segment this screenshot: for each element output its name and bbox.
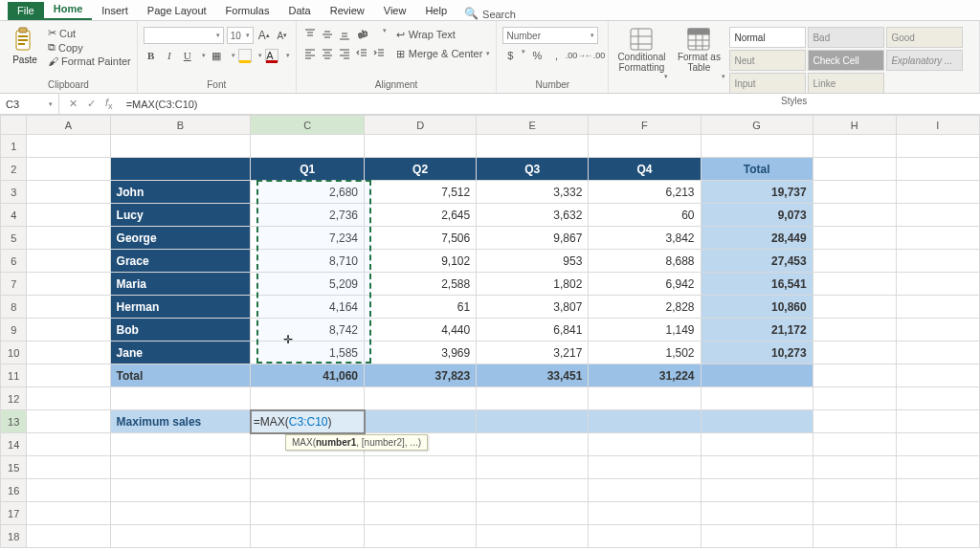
cell[interactable] (365, 410, 477, 433)
cell[interactable] (813, 525, 896, 548)
cell[interactable] (110, 158, 251, 181)
cell[interactable] (896, 296, 979, 319)
cell[interactable] (813, 364, 896, 387)
cell[interactable]: 31,224 (589, 364, 701, 387)
cell[interactable]: 37,823 (365, 364, 477, 387)
align-bottom-icon[interactable] (337, 27, 352, 42)
style-normal[interactable]: Normal (729, 27, 806, 48)
cell[interactable]: 1,802 (477, 273, 589, 296)
cell[interactable] (701, 433, 813, 456)
cell[interactable]: 41,060 (251, 364, 365, 387)
conditional-formatting-button[interactable]: Conditional Formatting▾ (614, 23, 668, 80)
cell[interactable] (701, 135, 813, 158)
cell[interactable] (110, 525, 251, 548)
tab-formulas[interactable]: Formulas (216, 2, 279, 20)
cell[interactable] (251, 479, 365, 502)
row-header[interactable]: 3 (1, 181, 27, 204)
cell[interactable] (110, 479, 251, 502)
cell[interactable] (813, 456, 896, 479)
cell[interactable]: 6,213 (589, 181, 701, 204)
cell[interactable] (813, 319, 896, 342)
row-header[interactable]: 4 (1, 204, 27, 227)
cell[interactable] (896, 227, 979, 250)
wrap-text-button[interactable]: ↩Wrap Text (396, 27, 491, 42)
cell[interactable] (251, 502, 365, 525)
grow-font-button[interactable]: A▴ (256, 28, 272, 43)
tab-review[interactable]: Review (321, 2, 374, 20)
row-header[interactable]: 16 (1, 479, 27, 502)
cell[interactable]: 8,688 (589, 250, 701, 273)
cell[interactable] (813, 433, 896, 456)
cell[interactable]: 33,451 (477, 364, 589, 387)
col-header[interactable]: G (701, 116, 813, 135)
row-header[interactable]: 12 (1, 387, 27, 410)
col-header[interactable]: A (27, 116, 110, 135)
tab-data[interactable]: Data (278, 2, 320, 20)
cell[interactable] (27, 204, 110, 227)
fill-color-button[interactable] (238, 49, 252, 62)
cell[interactable] (813, 227, 896, 250)
cell[interactable]: 7,234 (251, 227, 365, 250)
cell[interactable] (589, 502, 701, 525)
cell[interactable]: 2,828 (589, 296, 701, 319)
cell[interactable]: 1,585 (251, 342, 365, 364)
underline-menu[interactable]: ▾ (202, 52, 206, 59)
cell[interactable] (896, 250, 979, 273)
cell[interactable] (365, 479, 477, 502)
cell[interactable] (110, 502, 251, 525)
cell[interactable] (27, 181, 110, 204)
style-input[interactable]: Input (729, 73, 806, 94)
merge-center-button[interactable]: ⊞Merge & Center▾ (396, 46, 491, 61)
cell[interactable]: 16,541 (701, 273, 813, 296)
cell[interactable] (27, 319, 110, 342)
cell[interactable] (365, 456, 477, 479)
cell[interactable]: 3,969 (365, 342, 477, 364)
row-header[interactable]: 13 (1, 410, 27, 433)
cell[interactable]: George (110, 227, 251, 250)
row-header[interactable]: 17 (1, 502, 27, 525)
cell[interactable] (896, 181, 979, 204)
cell[interactable]: John (110, 181, 251, 204)
cell[interactable] (701, 502, 813, 525)
cell[interactable]: 27,453 (701, 250, 813, 273)
increase-indent-icon[interactable] (371, 46, 387, 61)
number-format-combo[interactable]: Number▾ (502, 27, 598, 44)
style-bad[interactable]: Bad (808, 27, 884, 48)
comma-button[interactable]: , (548, 48, 564, 63)
cell[interactable] (896, 273, 979, 296)
cell[interactable] (896, 387, 979, 410)
cell[interactable] (27, 135, 110, 158)
cell[interactable]: 6,942 (589, 273, 701, 296)
cell[interactable]: Herman (110, 296, 251, 319)
align-left-icon[interactable] (302, 46, 318, 61)
cell[interactable] (27, 433, 110, 456)
style-good[interactable]: Good (886, 27, 963, 48)
cell[interactable] (477, 502, 589, 525)
underline-button[interactable]: U (180, 48, 195, 63)
cell[interactable] (365, 135, 477, 158)
row-header[interactable]: 18 (1, 525, 27, 548)
font-color-button[interactable]: A (265, 49, 278, 62)
cell[interactable] (896, 479, 979, 502)
cell[interactable] (27, 158, 110, 181)
cell[interactable]: Q4 (589, 158, 701, 181)
row-header[interactable]: 2 (1, 158, 27, 181)
cell[interactable]: Total (110, 364, 251, 387)
style-explanatory[interactable]: Explanatory ... (886, 50, 963, 71)
row-header[interactable]: 7 (1, 273, 27, 296)
cell[interactable] (813, 204, 896, 227)
worksheet-grid[interactable]: A B C D E F G H I 12Q1Q2Q3Q4Total3John2,… (0, 115, 980, 551)
font-name-combo[interactable]: ▾ (144, 27, 224, 44)
cell[interactable] (896, 342, 979, 364)
italic-button[interactable]: I (162, 48, 177, 63)
cell[interactable] (813, 479, 896, 502)
cell[interactable] (27, 479, 110, 502)
cell[interactable] (896, 158, 979, 181)
cell[interactable] (589, 433, 701, 456)
cell[interactable] (896, 364, 979, 387)
cell[interactable] (589, 410, 701, 433)
cell[interactable]: 28,449 (701, 227, 813, 250)
cell[interactable] (365, 502, 477, 525)
cell[interactable]: 9,867 (477, 227, 589, 250)
cell[interactable] (27, 456, 110, 479)
